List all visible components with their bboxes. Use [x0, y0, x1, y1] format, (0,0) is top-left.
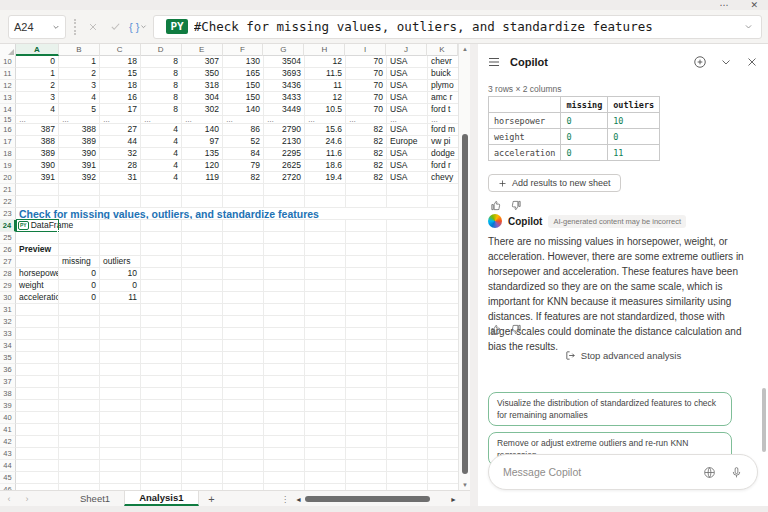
grid-cell[interactable] [141, 328, 182, 340]
row-header-35[interactable]: 35 [0, 352, 16, 364]
grid-cell[interactable]: 1 [59, 56, 100, 68]
grid-cell[interactable]: 10.5 [305, 104, 346, 116]
grid-cell[interactable]: 11.6 [305, 148, 346, 160]
grid-cell[interactable] [346, 472, 387, 484]
grid-cell[interactable]: dodge [428, 148, 458, 160]
grid-cell[interactable] [305, 472, 346, 484]
grid-cell[interactable]: 70 [346, 80, 387, 92]
grid-cell[interactable] [182, 328, 223, 340]
grid-cell[interactable]: 4 [141, 124, 182, 136]
grid-cell[interactable] [387, 316, 428, 328]
grid-cell[interactable]: 84 [223, 148, 264, 160]
grid-cell[interactable] [141, 376, 182, 388]
grid-cell[interactable]: 0 [59, 280, 100, 292]
grid-cell[interactable] [264, 196, 305, 208]
new-chat-icon[interactable] [692, 54, 708, 70]
grid-cell[interactable] [387, 400, 428, 412]
grid-cell[interactable]: outliers [100, 256, 141, 268]
grid-cell[interactable] [100, 400, 141, 412]
grid-cell[interactable]: USA [387, 56, 428, 68]
grid-cell[interactable] [305, 436, 346, 448]
grid-cell[interactable] [100, 376, 141, 388]
grid-cell[interactable] [100, 316, 141, 328]
grid-cell[interactable] [346, 400, 387, 412]
grid-cell[interactable] [223, 184, 264, 196]
grid-cell[interactable] [182, 196, 223, 208]
grid-cell[interactable]: 79 [223, 160, 264, 172]
grid-cell[interactable]: 387 [16, 124, 59, 136]
row-header-44[interactable]: 44 [0, 460, 16, 472]
grid-cell[interactable]: 140 [182, 124, 223, 136]
grid-cell[interactable]: ford r [428, 160, 458, 172]
grid-cell[interactable] [182, 244, 223, 256]
grid-cell[interactable] [305, 400, 346, 412]
grid-cell[interactable] [305, 256, 346, 268]
grid-cell[interactable] [264, 376, 305, 388]
grid-cell[interactable]: 389 [16, 148, 59, 160]
scroll-left-icon[interactable]: ◄ [295, 496, 302, 503]
grid-cell[interactable]: 391 [16, 172, 59, 184]
grid-cell[interactable] [428, 256, 458, 268]
grid-cell[interactable] [305, 460, 346, 472]
grid-cell[interactable] [182, 220, 223, 232]
grid-cell[interactable] [16, 340, 59, 352]
grid-cell[interactable]: 3449 [264, 104, 305, 116]
grid-cell[interactable] [59, 328, 100, 340]
grid-cell[interactable] [387, 460, 428, 472]
grid-cell[interactable]: 3433 [264, 92, 305, 104]
grid-cell[interactable]: … [264, 116, 305, 124]
grid-cell[interactable] [223, 280, 264, 292]
grid-cell[interactable] [16, 448, 59, 460]
grid-cell[interactable] [387, 220, 428, 232]
grid-cell[interactable]: 2625 [264, 160, 305, 172]
grid-cell[interactable]: 11 [305, 80, 346, 92]
grid-cell[interactable]: 4 [141, 148, 182, 160]
grid-cell[interactable] [100, 472, 141, 484]
grid-cell[interactable] [428, 460, 458, 472]
expand-formula-bar-icon[interactable] [744, 22, 753, 31]
grid-cell[interactable] [100, 196, 141, 208]
grid-cell[interactable]: 3436 [264, 80, 305, 92]
grid-cell[interactable]: 3 [16, 92, 59, 104]
grid-cell[interactable] [305, 184, 346, 196]
sheet-tab-sheet1[interactable]: Sheet1 [66, 491, 124, 506]
grid-cell[interactable] [182, 388, 223, 400]
grid-cell[interactable] [59, 364, 100, 376]
select-all-corner[interactable] [0, 44, 16, 56]
grid-cell[interactable] [223, 424, 264, 436]
grid-cell[interactable] [59, 244, 100, 256]
grid-cell[interactable] [59, 412, 100, 424]
grid-cell[interactable]: 27 [100, 124, 141, 136]
grid-cell[interactable] [305, 232, 346, 244]
grid-cell[interactable] [141, 268, 182, 280]
grid-cell[interactable] [305, 316, 346, 328]
grid-cell[interactable] [223, 412, 264, 424]
grid-cell[interactable] [59, 196, 100, 208]
column-header-e[interactable]: E [182, 44, 223, 56]
grid-cell[interactable] [100, 184, 141, 196]
grid-cell[interactable] [387, 340, 428, 352]
grid-cell[interactable]: 82 [346, 172, 387, 184]
microphone-icon[interactable] [730, 466, 743, 479]
grid-cell[interactable] [305, 412, 346, 424]
grid-cell[interactable]: 390 [16, 160, 59, 172]
grid-cell[interactable] [387, 232, 428, 244]
grid-cell[interactable] [387, 364, 428, 376]
grid-cell[interactable]: 24.6 [305, 136, 346, 148]
grid-cell[interactable]: USA [387, 92, 428, 104]
next-sheet-icon[interactable]: › [18, 491, 36, 506]
grid-cell[interactable] [141, 400, 182, 412]
grid-cell[interactable]: chevr [428, 56, 458, 68]
grid-cell[interactable] [346, 460, 387, 472]
grid-cell[interactable] [59, 424, 100, 436]
grid-cell[interactable] [141, 388, 182, 400]
grid-cell[interactable] [264, 460, 305, 472]
grid-cell[interactable] [387, 376, 428, 388]
grid-cell[interactable] [264, 436, 305, 448]
grid-cell[interactable] [428, 304, 458, 316]
cancel-entry-icon[interactable] [85, 19, 101, 35]
row-header-38[interactable]: 38 [0, 388, 16, 400]
grid-cell[interactable] [59, 220, 100, 232]
grid-cell[interactable] [428, 472, 458, 484]
grid-cell[interactable] [182, 304, 223, 316]
